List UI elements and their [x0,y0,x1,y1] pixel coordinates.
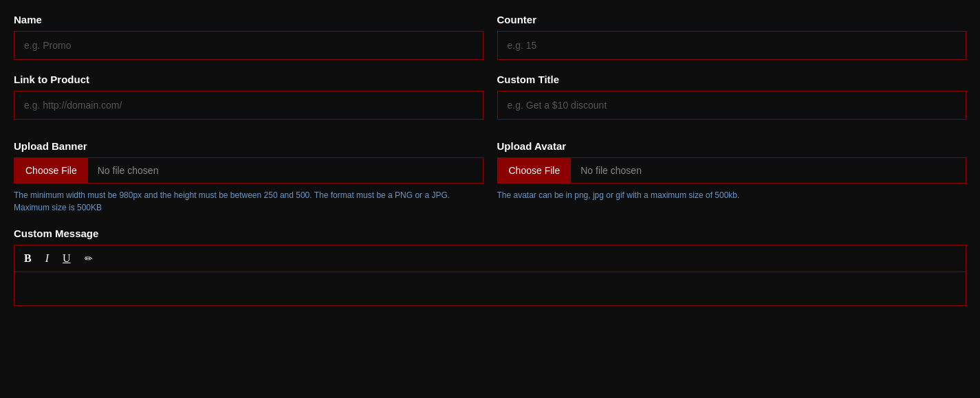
link-input[interactable] [14,91,483,120]
name-input[interactable] [14,31,483,60]
underline-button[interactable]: U [60,251,74,266]
banner-hint-text: The minimum width must be 980px and the … [14,189,483,214]
pencil-button[interactable]: ✏ [82,252,96,266]
upload-banner-group: Upload Banner Choose File No file chosen… [14,140,483,214]
upload-banner-label: Upload Banner [14,140,483,152]
name-label: Name [14,14,483,25]
link-label: Link to Product [14,74,483,85]
banner-choose-file-button[interactable]: Choose File [14,158,88,183]
bold-button[interactable]: B [21,251,34,266]
custom-message-section: Custom Message B I U ✏ [14,228,966,306]
link-field-group: Link to Product [14,74,483,120]
counter-field-group: Counter [497,14,967,60]
upload-avatar-label: Upload Avatar [497,140,967,152]
upload-avatar-group: Upload Avatar Choose File No file chosen… [497,140,967,214]
banner-file-wrapper: Choose File No file chosen [14,157,483,184]
custom-title-field-group: Custom Title [497,74,967,120]
counter-label: Counter [497,14,967,25]
custom-title-label: Custom Title [497,74,967,85]
avatar-hint-text: The avatar can be in png, jpg or gif wit… [497,189,967,201]
custom-message-label: Custom Message [14,228,966,239]
custom-message-editor[interactable] [14,272,966,306]
editor-toolbar: B I U ✏ [14,245,966,272]
name-field-group: Name [14,14,483,60]
custom-title-input[interactable] [497,91,967,120]
avatar-file-wrapper: Choose File No file chosen [497,157,967,184]
banner-file-name: No file chosen [88,158,483,183]
avatar-choose-file-button[interactable]: Choose File [498,158,571,183]
italic-button[interactable]: I [43,251,52,266]
counter-input[interactable] [497,31,967,60]
avatar-file-name: No file chosen [571,158,966,183]
